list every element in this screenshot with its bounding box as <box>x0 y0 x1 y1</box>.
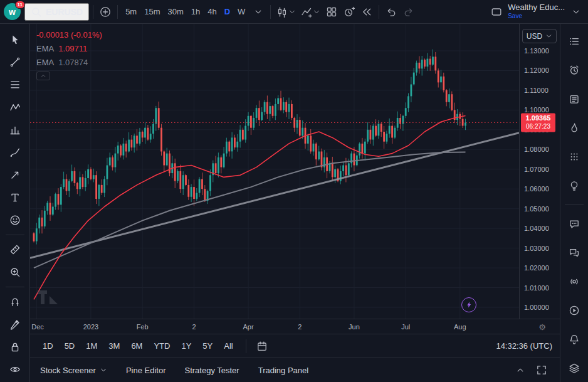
trend-line-tool-button[interactable] <box>4 51 26 73</box>
save-label[interactable]: Save <box>508 13 522 20</box>
price-tick-label: 1.04000 <box>524 225 549 232</box>
layout-menu-button[interactable] <box>568 3 584 21</box>
undo-button[interactable] <box>383 3 399 21</box>
interval-1h-button[interactable]: 1h <box>187 4 204 20</box>
tab-stock-screener[interactable]: Stock Screener <box>40 366 107 375</box>
hotlists-tool-button[interactable] <box>564 117 585 139</box>
search-icon <box>31 6 42 18</box>
hotlists-icon <box>569 122 580 134</box>
streams-tool-button[interactable] <box>564 270 585 293</box>
time-tick-label: Aug <box>454 323 466 331</box>
tab-strategy-tester[interactable]: Strategy Tester <box>184 366 239 375</box>
price-axis[interactable]: 1.000001.010001.020001.030001.040001.050… <box>519 24 560 319</box>
indicator-row[interactable]: EMA1.07874 <box>36 58 102 67</box>
tutorials-tool-button[interactable] <box>564 299 585 322</box>
time-tick-label: Jul <box>401 323 410 331</box>
save-layout-button[interactable] <box>488 3 505 21</box>
fib-retracement-tool-button[interactable] <box>4 74 26 95</box>
range-1Y-button[interactable]: 1Y <box>176 339 196 353</box>
price-tick-label: 1.12000 <box>524 66 549 74</box>
create-alert-button[interactable] <box>341 3 357 21</box>
compare-add-button[interactable] <box>97 3 113 21</box>
alerts-tool-button[interactable] <box>564 59 585 82</box>
toolbar-divider <box>246 339 246 353</box>
toolbar-divider <box>93 5 93 19</box>
toolbar-divider <box>379 5 379 19</box>
calendar-grid-tool-button[interactable] <box>564 146 585 168</box>
chat-tool-button[interactable] <box>564 213 585 235</box>
interval-15m-button[interactable]: 15m <box>140 4 164 20</box>
arrow-marker-tool-button[interactable] <box>4 164 26 186</box>
lightning-boost-button[interactable] <box>461 297 476 312</box>
currency-select[interactable]: USD <box>522 29 557 43</box>
time-tick-label: Jun <box>349 323 360 331</box>
long-position-tool-button[interactable] <box>4 119 26 141</box>
layout-grid-button[interactable] <box>323 3 340 21</box>
range-5D-button[interactable]: 5D <box>60 339 80 353</box>
range-All-button[interactable]: All <box>219 339 238 353</box>
ideas-tool-button[interactable] <box>564 174 585 197</box>
indicators-button[interactable] <box>299 3 322 21</box>
calendar-grid-icon <box>569 151 580 162</box>
news-tool-button[interactable] <box>564 88 585 110</box>
redo-button[interactable] <box>401 3 417 21</box>
notification-count-badge: 11 <box>15 1 25 9</box>
range-YTD-button[interactable]: YTD <box>149 339 175 353</box>
legend-collapse-button[interactable] <box>36 72 50 80</box>
xabcd-pattern-icon <box>9 102 21 113</box>
user-avatar[interactable]: w 11 <box>4 3 21 20</box>
range-5Y-button[interactable]: 5Y <box>197 339 218 353</box>
chevron-up-icon <box>516 366 525 374</box>
magnet-tool-button[interactable] <box>4 291 26 312</box>
bar-replay-button[interactable] <box>359 3 375 21</box>
chart-canvas[interactable] <box>30 24 519 319</box>
symbol-search-button[interactable]: EURUSD <box>24 3 89 21</box>
range-1D-button[interactable]: 1D <box>38 339 58 353</box>
watchlist-tool-button[interactable] <box>564 30 585 53</box>
chevron-up-icon <box>40 73 46 79</box>
drawing-toolbar <box>0 24 30 382</box>
tab-trading-panel[interactable]: Trading Panel <box>258 366 308 375</box>
range-3M-button[interactable]: 3M <box>103 339 125 353</box>
time-axis[interactable]: ⚙ Dec2023Feb2Apr2JunJulAug <box>30 319 560 334</box>
range-6M-button[interactable]: 6M <box>126 339 147 353</box>
tab-pine-editor[interactable]: Pine Editor <box>126 366 166 375</box>
interval-4h-button[interactable]: 4h <box>204 4 220 20</box>
brush-tool-button[interactable] <box>4 142 26 163</box>
layout-title-block[interactable]: Wealthy Educ... Save <box>508 3 565 19</box>
chart-style-button[interactable] <box>275 3 298 21</box>
xabcd-pattern-tool-button[interactable] <box>4 97 26 118</box>
layout-title: Wealthy Educ... <box>508 3 565 13</box>
text-tool-button[interactable] <box>4 187 26 208</box>
interval-menu-button[interactable] <box>250 3 266 21</box>
object-tree-icon <box>569 363 580 374</box>
go-to-date-button[interactable] <box>254 337 270 355</box>
eye-tool-button[interactable] <box>4 359 26 380</box>
indicator-label: EMA <box>36 58 54 67</box>
interval-W-button[interactable]: W <box>234 4 249 20</box>
collapse-panel-button[interactable] <box>512 361 528 379</box>
axis-settings-gear-icon[interactable]: ⚙ <box>538 322 546 331</box>
tradingview-watermark <box>38 289 59 309</box>
redo-icon <box>403 6 414 18</box>
lock-tool-button[interactable] <box>4 336 26 358</box>
comments-icon <box>569 247 580 258</box>
maximize-panel-button[interactable] <box>533 361 550 379</box>
range-1M-button[interactable]: 1M <box>81 339 102 353</box>
comments-tool-button[interactable] <box>564 241 585 264</box>
cursor-tool-button[interactable] <box>4 29 26 50</box>
interval-D-button[interactable]: D <box>221 4 234 20</box>
notifications-tool-button[interactable] <box>564 328 585 351</box>
zoom-in-tool-button[interactable] <box>4 262 26 283</box>
utc-clock[interactable]: 14:32:36 (UTC) <box>496 341 552 351</box>
toolbar-separator <box>6 235 24 235</box>
ruler-tool-button[interactable] <box>4 239 26 260</box>
news-icon <box>569 93 580 105</box>
draw-tool-button[interactable] <box>4 314 26 335</box>
emoji-tool-button[interactable] <box>4 210 26 231</box>
object-tree-tool-button[interactable] <box>564 357 585 379</box>
interval-5m-button[interactable]: 5m <box>122 4 140 20</box>
alert-clock-icon <box>344 6 355 18</box>
interval-30m-button[interactable]: 30m <box>164 4 187 20</box>
indicator-row[interactable]: EMA1.09711 <box>36 44 102 53</box>
